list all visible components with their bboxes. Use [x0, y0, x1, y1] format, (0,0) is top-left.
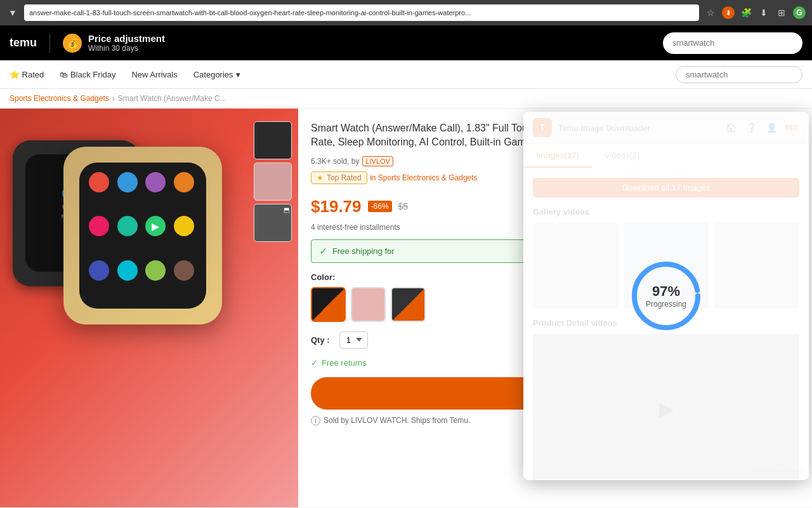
watch-main: ▶ — [63, 147, 222, 324]
app-icon — [117, 260, 138, 281]
progress-label: Progressing — [646, 300, 686, 309]
progress-percent: 97% — [646, 283, 686, 300]
header-search — [663, 32, 802, 54]
profile-icon[interactable]: G — [793, 6, 806, 19]
product-image-section: 08:30 Phone Call Recent Call Dial Pad Co… — [0, 109, 298, 507]
header-search-input[interactable] — [663, 32, 802, 54]
free-shipping-label: Free shipping for — [332, 246, 395, 256]
star-icon: ★ — [317, 173, 324, 182]
original-price: $5 — [398, 201, 409, 211]
breadcrumb-arrow: › — [112, 94, 115, 103]
site-logo: temu — [10, 36, 37, 50]
browser-chrome: ▼ answer-make-call-1-83-full-touch-scree… — [0, 0, 812, 25]
info-icon: i — [311, 416, 320, 425]
price-emoji: 💰 — [67, 38, 78, 48]
site-header: temu 💰 Price adjustment Within 30 days — [0, 25, 812, 60]
color-swatch-3[interactable] — [391, 287, 426, 322]
nav-new-arrivals-label: New Arrivals — [131, 70, 177, 79]
bookmark-icon[interactable]: ☆ — [704, 6, 717, 19]
color-swatch-2[interactable] — [351, 287, 386, 322]
progress-text: 97% Progressing — [646, 283, 686, 309]
nav-black-friday-label: 🛍 Black Friday — [60, 70, 115, 79]
price-adjustment-banner: 💰 Price adjustment Within 30 days — [63, 33, 165, 53]
breadcrumb: Sports Electronics & Gadgets › Smart Wat… — [0, 89, 812, 109]
url-bar[interactable]: answer-make-call-1-83-full-touch-screen-… — [24, 4, 699, 21]
price-text: Price adjustment Within 30 days — [88, 33, 165, 53]
nav-categories-label: Categories — [193, 70, 233, 79]
header-divider — [49, 34, 50, 53]
nav-bar: ⭐ Rated 🛍 Black Friday New Arrivals Cate… — [0, 60, 812, 89]
app-icon — [89, 172, 109, 192]
check-returns-icon: ✓ — [311, 358, 318, 368]
nav-search-input[interactable] — [676, 66, 802, 83]
browser-icons: ☆ ⬇ 🧩 ⬇ ⊞ G — [704, 6, 806, 19]
discount-badge: -66% — [368, 201, 392, 212]
thumbnail-strip: ⬒ — [254, 121, 292, 242]
app-icon — [89, 260, 109, 281]
price-icon: 💰 — [63, 34, 82, 53]
progress-circle: 97% Progressing — [628, 258, 704, 334]
qty-select[interactable]: 1 2 3 — [339, 331, 368, 349]
layout-icon[interactable]: ⊞ — [775, 6, 788, 19]
nav-search — [676, 66, 802, 83]
price-adjustment-subtitle: Within 30 days — [88, 44, 165, 53]
image-downloader-popup: T Temu Image Downloader 🏠 ❓ 👤 REC Images… — [523, 112, 809, 480]
thumbnail-1[interactable] — [254, 121, 292, 159]
app-icon — [117, 216, 138, 236]
current-price: $19.79 — [311, 197, 362, 217]
thumbnail-2[interactable] — [254, 163, 292, 201]
thumbnail-3[interactable]: ⬒ — [254, 204, 292, 242]
sold-count: 6.3K+ sold, by — [311, 157, 359, 166]
progress-overlay: 97% Progressing — [523, 168, 809, 479]
main-content: 08:30 Phone Call Recent Call Dial Pad Co… — [0, 109, 812, 507]
price-adjustment-title: Price adjustment — [88, 33, 165, 44]
free-returns-label: Free returns — [322, 358, 367, 368]
check-icon: ✓ — [319, 245, 327, 257]
top-rated-badge: ★ Top Rated — [311, 171, 367, 184]
top-rated-label: Top Rated — [327, 173, 362, 182]
category-link[interactable]: in Sports Electronics & Gadgets — [370, 173, 477, 182]
app-icon — [174, 172, 194, 192]
breadcrumb-current: Smart Watch (Answer/Make C... — [118, 94, 226, 103]
app-icon — [89, 216, 109, 236]
extension-icon[interactable]: ⬇ — [722, 6, 735, 19]
nav-item-star-rated[interactable]: ⭐ Rated — [10, 70, 44, 79]
breadcrumb-sports-link[interactable]: Sports Electronics & Gadgets — [10, 94, 109, 103]
brand-badge: LIVLOV — [362, 156, 393, 166]
qty-label: Qty : — [311, 335, 330, 345]
download-icon[interactable]: ⬇ — [757, 6, 770, 19]
watch-screen: ▶ — [79, 163, 206, 309]
nav-star-rated-label: ⭐ Rated — [10, 70, 44, 79]
app-icon — [145, 260, 166, 281]
color-swatch-1[interactable] — [311, 287, 346, 322]
nav-item-black-friday[interactable]: 🛍 Black Friday — [60, 70, 115, 79]
chevron-down-icon[interactable]: ▼ — [6, 6, 19, 19]
app-icon — [145, 172, 166, 192]
puzzle-icon[interactable]: 🧩 — [740, 6, 752, 19]
app-icon — [174, 216, 194, 236]
app-icon-play: ▶ — [145, 216, 166, 236]
nav-item-new-arrivals[interactable]: New Arrivals — [131, 70, 177, 79]
categories-chevron-icon: ▾ — [236, 70, 240, 79]
popup-content: Download all 17 Images Gallery videos 97… — [523, 168, 809, 479]
app-icon — [174, 260, 194, 281]
product-image: 08:30 Phone Call Recent Call Dial Pad Co… — [0, 109, 298, 507]
sold-by-info-text: Sold by LIVLOV WATCH. Ships from Temu. — [324, 416, 470, 425]
nav-item-categories[interactable]: Categories ▾ — [193, 70, 240, 79]
url-text: answer-make-call-1-83-full-touch-screen-… — [29, 9, 471, 17]
app-icon — [117, 172, 138, 192]
